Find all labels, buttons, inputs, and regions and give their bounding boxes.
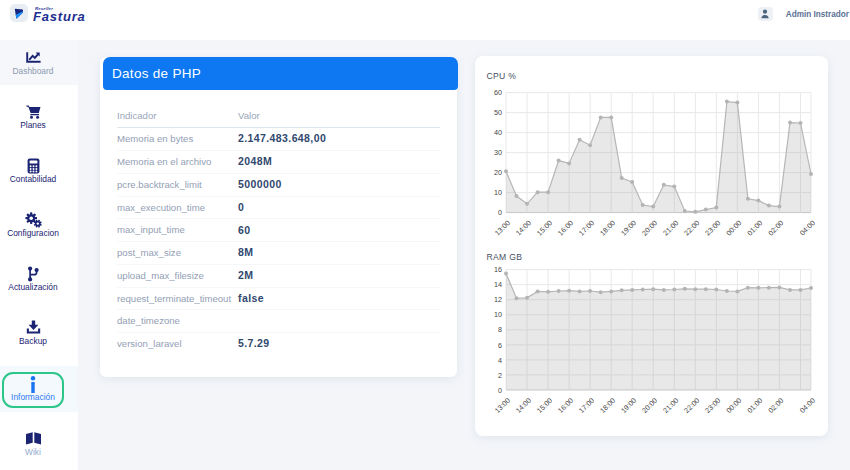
svg-text:14:00: 14:00 [513, 396, 532, 415]
svg-text:10: 10 [494, 188, 502, 197]
svg-text:04:00: 04:00 [797, 218, 816, 237]
svg-text:30: 30 [494, 148, 502, 157]
svg-text:15:00: 15:00 [534, 218, 553, 237]
svg-text:19:00: 19:00 [619, 218, 638, 237]
svg-text:0: 0 [498, 386, 502, 395]
svg-text:21:00: 21:00 [661, 396, 680, 415]
svg-text:6: 6 [498, 341, 502, 350]
svg-text:02:00: 02:00 [766, 218, 785, 237]
svg-text:23:00: 23:00 [703, 396, 722, 415]
svg-text:17:00: 17:00 [576, 396, 595, 415]
svg-text:50: 50 [494, 108, 502, 117]
svg-text:10: 10 [494, 310, 502, 319]
svg-text:12: 12 [494, 295, 502, 304]
svg-text:20:00: 20:00 [640, 218, 659, 237]
svg-text:40: 40 [494, 128, 502, 137]
svg-text:16: 16 [494, 265, 502, 274]
svg-text:13:00: 13:00 [492, 396, 511, 415]
svg-text:4: 4 [498, 356, 502, 365]
svg-text:01:00: 01:00 [745, 218, 764, 237]
svg-text:01:00: 01:00 [745, 396, 764, 415]
svg-text:16:00: 16:00 [555, 218, 574, 237]
svg-text:21:00: 21:00 [661, 218, 680, 237]
svg-text:22:00: 22:00 [682, 396, 701, 415]
svg-text:17:00: 17:00 [576, 218, 595, 237]
svg-text:00:00: 00:00 [724, 218, 743, 237]
svg-text:0: 0 [498, 208, 502, 217]
svg-text:04:00: 04:00 [797, 396, 816, 415]
svg-text:14:00: 14:00 [513, 218, 532, 237]
svg-text:RAM GB: RAM GB [486, 252, 522, 262]
svg-text:00:00: 00:00 [724, 396, 743, 415]
svg-text:18:00: 18:00 [598, 218, 617, 237]
svg-text:13:00: 13:00 [492, 218, 511, 237]
svg-text:20:00: 20:00 [640, 396, 659, 415]
svg-text:15:00: 15:00 [534, 396, 553, 415]
svg-text:20: 20 [494, 168, 502, 177]
svg-text:23:00: 23:00 [703, 218, 722, 237]
svg-text:22:00: 22:00 [682, 218, 701, 237]
svg-text:16:00: 16:00 [555, 396, 574, 415]
svg-text:CPU %: CPU % [486, 71, 516, 81]
svg-text:19:00: 19:00 [619, 396, 638, 415]
svg-text:60: 60 [494, 88, 502, 97]
svg-text:14: 14 [494, 280, 502, 289]
svg-text:2: 2 [498, 371, 502, 380]
svg-text:18:00: 18:00 [598, 396, 617, 415]
svg-text:8: 8 [498, 325, 502, 334]
svg-text:02:00: 02:00 [766, 396, 785, 415]
